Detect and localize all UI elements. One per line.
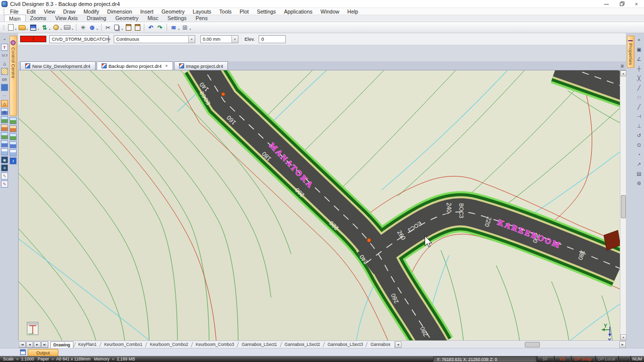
ribbon-tab-zooms[interactable]: Zooms [26,15,51,22]
doc-tab-new-city-development[interactable]: New City_Development.dr4 [20,61,96,70]
menu-geometry[interactable]: Geometry [157,9,189,15]
chevron-down-icon[interactable]: ▾ [188,36,195,43]
snap-endpoint-icon[interactable]: ∠ [635,55,643,63]
doc-tab-backup-demo-project[interactable]: Backup demo project.dr4 × [97,61,173,70]
paste-icon[interactable] [124,23,132,32]
toggle-num[interactable]: NUM [630,356,644,362]
sheet-tab-gannabos[interactable]: Gannabos [368,341,392,348]
ribbon-tab-settings[interactable]: Settings [163,15,191,22]
output-tab[interactable]: Output [28,349,58,356]
sheet-tab-keurboom-combo3[interactable]: Keurboom_Combo3 [193,341,236,348]
snap-settings-icon[interactable]: ⊛ [635,179,643,188]
cut-icon[interactable]: ✂ [104,23,112,32]
ribbon-tab-misc[interactable]: Misc [143,15,163,22]
menu-view[interactable]: View [40,9,59,15]
toggle-sf[interactable]: SF [536,356,553,362]
menu-window[interactable]: Window [316,9,343,15]
model-green2-icon[interactable] [10,133,17,140]
horizontal-scroll-thumb[interactable] [525,342,540,347]
terrain-view-icon[interactable] [1,148,8,155]
control-centre-tab[interactable]: Control Centre [10,36,17,116]
terrain-tool-active-icon[interactable]: △ [1,100,8,107]
menu-layouts[interactable]: Layouts [189,9,215,15]
node-marker[interactable] [367,238,371,242]
menu-draw[interactable]: Draw [59,9,80,15]
chevron-down-icon[interactable]: ▾ [231,36,238,43]
terrain-model-icon[interactable] [1,116,8,123]
menu-edit[interactable]: Edit [23,9,40,15]
sheet-tab-gannabos-lsect3[interactable]: Gannabos_LSect3 [325,341,365,348]
snap-point-icon[interactable]: ▣ [635,45,643,54]
model-orange-icon[interactable] [10,125,17,132]
scroll-right-icon[interactable]: ▶ [619,341,626,348]
tools-icon[interactable]: ✳ [79,23,87,32]
toggle-dp-local[interactable]: DP Local [595,356,618,362]
edit-props-icon[interactable]: ✎ [1,180,8,188]
ribbon-tab-view-axis[interactable]: View Axis [51,15,83,22]
toggle-dp-snap[interactable]: DP Snap [571,356,595,362]
dimension-tool-icon[interactable]: 12,3 [1,52,8,59]
er-tool-icon[interactable]: ER [1,76,8,83]
chevron-down-icon[interactable]: ▾ [109,36,111,43]
scroll-up-icon[interactable]: ▲ [620,70,626,76]
last-sheet-button[interactable]: ▶| [41,341,48,348]
properties-tab[interactable]: Properties [627,36,634,68]
ribbon-tab-drawing[interactable]: Drawing [83,15,111,22]
import-export-icon[interactable]: ⇅ [41,23,49,32]
lineweight-select[interactable]: 0.00 mm ▾ [200,35,238,43]
sheet-tab-keurboom-combo1[interactable]: Keurboom_Combo1 [102,341,145,348]
more-tools-icon[interactable]: ··· [1,92,8,99]
snap-rotate-icon[interactable]: ↺ [635,131,643,140]
linetype-select[interactable]: Continuous ▾ [114,35,195,43]
menu-dimension[interactable]: Dimension [103,9,136,15]
node-marker[interactable] [221,93,224,96]
security-key-icon[interactable] [52,23,60,32]
new-file-icon[interactable] [7,23,15,32]
sheet-tab-keurboom-combo2[interactable]: Keurboom_Combo2 [147,341,191,348]
layer-select[interactable]: CIVD_STORM_SUBCATCH ▾ [49,35,109,43]
text-tool-icon[interactable]: T [1,44,8,51]
toggle-vs[interactable]: VS [553,356,571,362]
drawing-canvas[interactable]: 140 160 180 200 220 240 260 280 260 240 … [18,70,620,340]
snap-nearest-icon[interactable]: ╱ [635,83,643,92]
restore-button[interactable] [614,0,629,8]
menu-plot[interactable]: Plot [235,9,253,15]
snap-intersection-icon[interactable]: ┼ [635,64,643,73]
ribbon-tab-main[interactable]: Main [4,15,26,22]
design-tool-icon[interactable]: ✕ [1,164,8,171]
sheet-tab-drawing[interactable]: Drawing [50,341,73,348]
add-icon[interactable]: + [1,36,8,43]
rectangle-tool-icon[interactable] [1,84,8,91]
info-icon[interactable]: i [10,157,17,164]
save-file-icon[interactable] [29,23,37,32]
undo-icon[interactable]: ↶ [147,23,155,32]
prev-sheet-button[interactable]: ◀ [26,341,33,348]
redo-icon[interactable]: ↷ [156,23,164,32]
layer-color-swatch[interactable]: 1 [20,36,46,42]
snap-center-icon[interactable]: ⊙ [635,141,643,149]
steering-tool-icon[interactable]: ◉ [1,156,8,163]
open-file-icon[interactable] [18,23,26,32]
doc-tab-image-project[interactable]: Image project.dr4 [174,61,228,70]
snap-line-icon[interactable]: ╱ [635,103,643,111]
model-blue-icon[interactable] [10,141,17,148]
print-icon[interactable] [63,23,71,32]
next-sheet-button[interactable]: ▶ [34,341,41,348]
layer-copy-icon[interactable]: ⊞ [181,23,189,32]
edit-tool-icon[interactable]: ✎ [1,172,8,179]
model-green-icon[interactable] [10,117,17,124]
menu-insert[interactable]: Insert [136,9,157,15]
toggle-cap[interactable]: CAP [618,356,630,362]
menu-file[interactable]: File [6,9,23,15]
snap-tangent-icon[interactable]: ⊥ [635,122,643,130]
ribbon-tab-pens[interactable]: Pens [191,15,212,22]
snap-midpoint-icon[interactable]: ╳ [635,74,643,82]
snap-direction-icon[interactable]: ↗ [635,160,643,168]
snap-copy-icon[interactable]: ▤ [635,169,643,178]
terrain-grid-icon[interactable] [1,140,8,147]
tab-list-menu-icon[interactable]: ≡ [621,63,624,69]
menu-modify[interactable]: Modify [79,9,103,15]
menu-applications[interactable]: Applications [280,9,316,15]
model-light-icon[interactable] [10,149,17,156]
menu-tools[interactable]: Tools [215,9,236,15]
